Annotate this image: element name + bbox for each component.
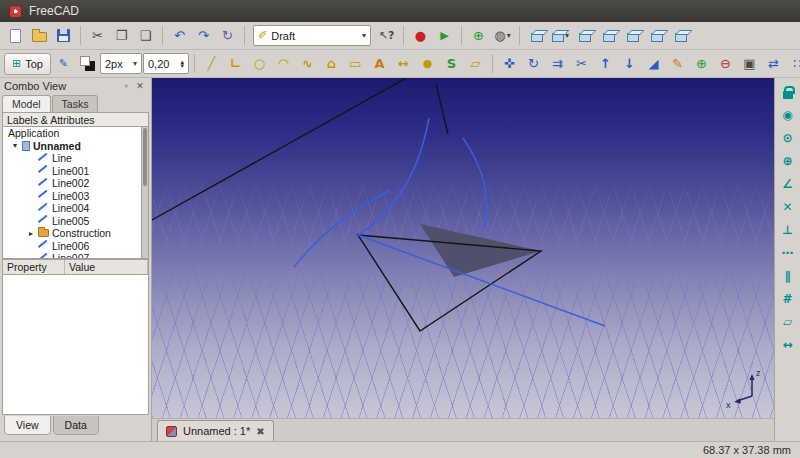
draft-bspline-button[interactable]: ∿ — [296, 52, 319, 76]
spin-down-icon[interactable]: ▾ — [180, 64, 184, 68]
snap-extension-button[interactable]: ⋯ — [777, 242, 799, 264]
draft-arc-button[interactable]: ◠ — [272, 52, 295, 76]
macro-record-button[interactable]: ● — [409, 24, 432, 48]
draft-line-button[interactable]: ╱ — [200, 52, 223, 76]
draft-shape2dview-button[interactable]: ▣ — [738, 52, 761, 76]
view-top-button[interactable] — [597, 24, 620, 48]
paste-button[interactable]: ❑ — [134, 24, 157, 48]
tab-model[interactable]: Model — [2, 95, 51, 112]
draft-shapestring-button[interactable]: S — [440, 52, 463, 76]
refresh-button[interactable]: ↻ — [216, 24, 239, 48]
tree-item-document[interactable]: ▾ Unnamed — [3, 140, 148, 153]
undo-button[interactable]: ↶ — [168, 24, 191, 48]
draft-move-button[interactable]: ✜ — [498, 52, 521, 76]
draft-scale-button[interactable]: ◢ — [642, 52, 665, 76]
value-column-header[interactable]: Value — [65, 260, 148, 274]
text-size-spinner[interactable]: 0,20 ▴▾ — [143, 53, 189, 74]
draft-polygon-button[interactable]: ⌂ — [320, 52, 343, 76]
view-right-button[interactable] — [621, 24, 644, 48]
draft-add-point-button[interactable]: ⊕ — [690, 52, 713, 76]
whats-this-button[interactable]: ↖ ? — [375, 24, 398, 48]
draft-delete-point-button[interactable]: ⊖ — [714, 52, 737, 76]
float-panel-button[interactable]: ▫ — [119, 81, 133, 91]
tab-tasks[interactable]: Tasks — [52, 95, 99, 112]
draft-offset-button[interactable]: ⇉ — [546, 52, 569, 76]
view-rear-button[interactable] — [645, 24, 668, 48]
black-edge-short[interactable] — [436, 84, 448, 134]
draft-rotate-button[interactable]: ↻ — [522, 52, 545, 76]
tree-item-line005[interactable]: Line005 — [3, 215, 148, 228]
new-document-button[interactable] — [4, 24, 27, 48]
tab-view[interactable]: View — [4, 416, 51, 435]
blue-curve-3[interactable] — [463, 138, 487, 230]
save-document-button[interactable] — [52, 24, 75, 48]
tab-data[interactable]: Data — [53, 416, 99, 435]
expander-open-icon[interactable]: ▾ — [11, 141, 19, 150]
tree-item-line004[interactable]: Line004 — [3, 202, 148, 215]
tree-item-line006[interactable]: Line006 — [3, 240, 148, 253]
cut-button[interactable]: ✂ — [86, 24, 109, 48]
draft-wire-button[interactable]: ∟ — [224, 52, 247, 76]
workbench-selector[interactable]: ✐ Draft ▾ — [253, 25, 371, 46]
snap-lock-button[interactable] — [777, 81, 799, 103]
snap-perpendicular-button[interactable]: ⊥ — [777, 219, 799, 241]
blue-curve-2[interactable] — [294, 190, 391, 267]
close-tab-icon[interactable]: ✖ — [256, 426, 264, 437]
tree-item-construction[interactable]: ▸ Construction — [3, 227, 148, 240]
tree-item-line001[interactable]: Line001 — [3, 165, 148, 178]
draft-trimex-button[interactable]: ✂ — [570, 52, 593, 76]
view-front-button[interactable] — [573, 24, 596, 48]
view-axonometric-button[interactable]: ▾ — [549, 24, 572, 48]
draft-downgrade-button[interactable]: ↓ — [618, 52, 641, 76]
tree-item-line[interactable]: Line — [3, 152, 148, 165]
property-column-header[interactable]: Property — [3, 260, 65, 274]
snap-endpoint-button[interactable]: ◉ — [777, 104, 799, 126]
macro-execute-button[interactable]: ▶ — [433, 24, 456, 48]
tree-item-line002[interactable]: Line002 — [3, 177, 148, 190]
draft-point-button[interactable]: ● — [416, 52, 439, 76]
shaded-face[interactable] — [420, 224, 541, 277]
tree-item-application[interactable]: Application — [3, 127, 148, 140]
tree-column-header[interactable]: Labels & Attributes — [2, 112, 149, 127]
draft-rectangle-button[interactable]: ▭ — [344, 52, 367, 76]
snap-intersection-button[interactable]: ✕ — [777, 196, 799, 218]
line-width-dropdown[interactable]: 2px ▾ — [100, 53, 142, 74]
draft-circle-button[interactable]: ○ — [248, 52, 271, 76]
line-color-swatch[interactable] — [76, 52, 99, 76]
snap-dimensions-button[interactable]: ↔ — [777, 334, 799, 356]
redo-button[interactable]: ↷ — [192, 24, 215, 48]
model-tree[interactable]: Application ▾ Unnamed Line Line001 — [2, 127, 149, 259]
scrollbar-thumb[interactable] — [143, 128, 147, 186]
snap-parallel-button[interactable]: ∥ — [777, 265, 799, 287]
draft-dimension-button[interactable]: ↔ — [392, 52, 415, 76]
document-tab[interactable]: Unnamed : 1* ✖ — [157, 420, 274, 441]
snap-grid-button[interactable]: # — [777, 288, 799, 310]
draft-facebinder-button[interactable]: ▱ — [464, 52, 487, 76]
draft-edit-button[interactable]: ✎ — [666, 52, 689, 76]
spinner-arrows[interactable]: ▴▾ — [180, 60, 184, 68]
copy-button[interactable]: ❐ — [110, 24, 133, 48]
tree-scrollbar[interactable] — [141, 127, 148, 258]
close-panel-button[interactable]: ✕ — [133, 81, 147, 91]
snap-angle-button[interactable]: ∠ — [777, 173, 799, 195]
view-fit-all-button[interactable] — [525, 24, 548, 48]
construction-mode-button[interactable]: ✎ — [52, 52, 75, 76]
snap-center-button[interactable]: ⊕ — [777, 150, 799, 172]
view-left-button[interactable] — [669, 24, 692, 48]
snap-midpoint-button[interactable]: ⊙ — [777, 127, 799, 149]
blue-curve-1[interactable] — [358, 118, 429, 235]
tree-item-line003[interactable]: Line003 — [3, 190, 148, 203]
zoom-button[interactable]: ⊕ — [467, 24, 490, 48]
titlebar[interactable]: FreeCAD — [0, 0, 800, 22]
expander-closed-icon[interactable]: ▸ — [27, 229, 35, 238]
draft-text-button[interactable]: A — [368, 52, 391, 76]
snap-working-plane-button[interactable]: ▱ — [777, 311, 799, 333]
draft-upgrade-button[interactable]: ↑ — [594, 52, 617, 76]
draft-array-button[interactable]: ∷ — [786, 52, 800, 76]
property-editor-area[interactable] — [2, 275, 149, 415]
3d-viewport[interactable]: z x — [152, 78, 774, 418]
working-plane-button[interactable]: ⊞ Top — [4, 53, 51, 75]
black-edge-long[interactable] — [152, 78, 424, 220]
draw-style-button[interactable]: ◍ ▾ — [491, 24, 514, 48]
draft-to-sketch-button[interactable]: ⇄ — [762, 52, 785, 76]
